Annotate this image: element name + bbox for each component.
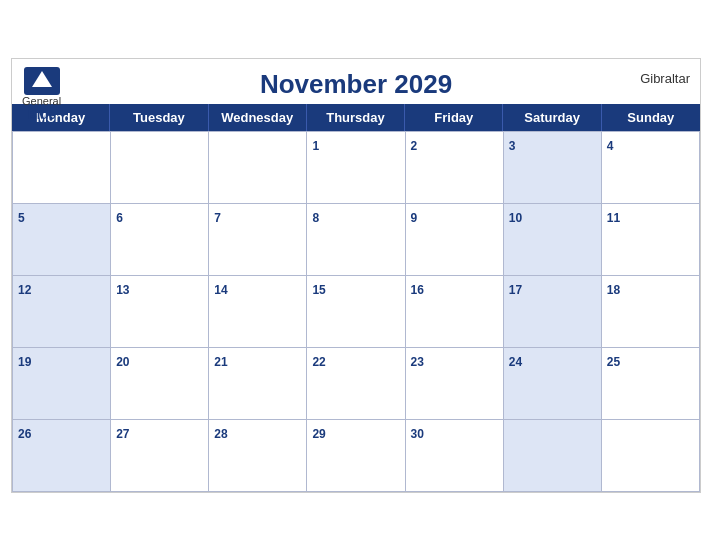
cell-number: 14 — [214, 283, 227, 297]
logo-icon — [24, 67, 60, 95]
cell-number: 19 — [18, 355, 31, 369]
cal-cell: 30 — [406, 420, 504, 492]
cell-number: 4 — [607, 139, 614, 153]
cell-number: 20 — [116, 355, 129, 369]
cal-cell: 7 — [209, 204, 307, 276]
cal-cell: 3 — [504, 132, 602, 204]
day-headers: MondayTuesdayWednesdayThursdayFridaySatu… — [12, 104, 700, 131]
cell-number: 26 — [18, 427, 31, 441]
cell-number: 3 — [509, 139, 516, 153]
cal-cell — [209, 132, 307, 204]
cal-cell: 14 — [209, 276, 307, 348]
day-header-tuesday: Tuesday — [110, 104, 208, 131]
calendar-header: General Blue November 2029 Gibraltar — [12, 59, 700, 104]
logo: General Blue — [22, 67, 61, 122]
cal-cell — [602, 420, 700, 492]
cal-cell: 25 — [602, 348, 700, 420]
cal-cell: 21 — [209, 348, 307, 420]
day-header-sunday: Sunday — [602, 104, 700, 131]
cell-number: 1 — [312, 139, 319, 153]
cell-number: 7 — [214, 211, 221, 225]
cal-cell: 28 — [209, 420, 307, 492]
cell-number: 30 — [411, 427, 424, 441]
cell-number: 2 — [411, 139, 418, 153]
cell-number: 17 — [509, 283, 522, 297]
cal-cell: 19 — [13, 348, 111, 420]
cal-cell: 17 — [504, 276, 602, 348]
cal-cell: 5 — [13, 204, 111, 276]
cell-number: 18 — [607, 283, 620, 297]
svg-rect-2 — [38, 81, 46, 87]
calendar-title: November 2029 — [12, 69, 700, 100]
cal-cell: 23 — [406, 348, 504, 420]
cal-cell: 27 — [111, 420, 209, 492]
cal-cell: 22 — [307, 348, 405, 420]
cal-cell: 8 — [307, 204, 405, 276]
cal-cell — [111, 132, 209, 204]
logo-blue-text: Blue — [27, 107, 55, 122]
cell-number: 16 — [411, 283, 424, 297]
day-header-wednesday: Wednesday — [209, 104, 307, 131]
cell-number: 8 — [312, 211, 319, 225]
cell-number: 9 — [411, 211, 418, 225]
cell-number: 12 — [18, 283, 31, 297]
cal-cell — [504, 420, 602, 492]
cell-number: 10 — [509, 211, 522, 225]
cell-number: 25 — [607, 355, 620, 369]
day-header-saturday: Saturday — [503, 104, 601, 131]
cal-cell: 20 — [111, 348, 209, 420]
cal-cell: 10 — [504, 204, 602, 276]
cell-number: 22 — [312, 355, 325, 369]
region-label: Gibraltar — [640, 71, 690, 86]
cell-number: 24 — [509, 355, 522, 369]
cell-number: 15 — [312, 283, 325, 297]
cal-cell: 18 — [602, 276, 700, 348]
cell-number: 28 — [214, 427, 227, 441]
cal-cell: 12 — [13, 276, 111, 348]
cal-cell: 29 — [307, 420, 405, 492]
cal-cell: 6 — [111, 204, 209, 276]
cal-cell: 1 — [307, 132, 405, 204]
cell-number: 21 — [214, 355, 227, 369]
cal-cell: 11 — [602, 204, 700, 276]
cell-number: 29 — [312, 427, 325, 441]
cell-number: 11 — [607, 211, 620, 225]
cell-number: 13 — [116, 283, 129, 297]
calendar-grid: 1234567891011121314151617181920212223242… — [12, 131, 700, 492]
day-header-friday: Friday — [405, 104, 503, 131]
cal-cell: 9 — [406, 204, 504, 276]
cal-cell: 2 — [406, 132, 504, 204]
cal-cell: 16 — [406, 276, 504, 348]
cal-cell: 26 — [13, 420, 111, 492]
cell-number: 23 — [411, 355, 424, 369]
cal-cell: 13 — [111, 276, 209, 348]
cal-cell: 15 — [307, 276, 405, 348]
logo-general-text: General — [22, 95, 61, 107]
cell-number: 6 — [116, 211, 123, 225]
cal-cell: 4 — [602, 132, 700, 204]
day-header-thursday: Thursday — [307, 104, 405, 131]
cal-cell: 24 — [504, 348, 602, 420]
calendar: General Blue November 2029 Gibraltar Mon… — [11, 58, 701, 493]
cell-number: 27 — [116, 427, 129, 441]
cal-cell — [13, 132, 111, 204]
cell-number: 5 — [18, 211, 25, 225]
